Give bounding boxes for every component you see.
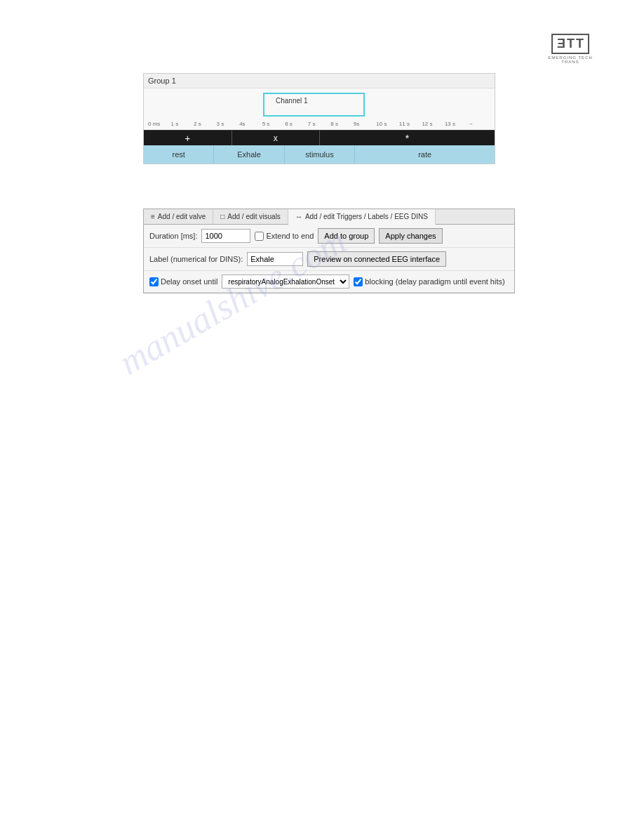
blocking-text: blocking (delay paradigm until event hit… xyxy=(365,277,504,286)
logo-letter-e: E xyxy=(557,37,565,51)
extend-to-end-text: Extend to end xyxy=(266,232,314,240)
tab-triggers[interactable]: ↔ Add / edit Triggers / Labels / EEG DIN… xyxy=(288,209,436,225)
triggers-icon: ↔ xyxy=(295,213,302,220)
extend-to-end-checkbox[interactable] xyxy=(255,232,264,241)
delay-onset-checkbox[interactable] xyxy=(149,277,159,286)
tab-valve-label: Add / edit valve xyxy=(158,213,206,220)
tab-valve[interactable]: ≡ Add / edit valve xyxy=(144,209,213,224)
apply-changes-button[interactable]: Apply changes xyxy=(379,228,442,244)
label-rest: rest xyxy=(144,145,214,164)
valve-icon: ≡ xyxy=(151,213,155,220)
tabs-row: ≡ Add / edit valve □ Add / edit visuals … xyxy=(144,209,514,225)
label-stimulus: stimulus xyxy=(285,145,355,164)
tab-visuals[interactable]: □ Add / edit visuals xyxy=(213,209,288,224)
logo-box: E T T xyxy=(551,34,589,54)
tick-0ms: 0 ms xyxy=(148,121,171,127)
duration-label: Duration [ms]: xyxy=(149,232,197,240)
segment-bar: + x * xyxy=(144,130,495,145)
tick-4s: 4s xyxy=(239,121,262,127)
tick-6s: 6 s xyxy=(285,121,308,127)
tick-9s: 9s xyxy=(354,121,377,127)
tab-visuals-label: Add / edit visuals xyxy=(227,213,281,220)
label-exhale: Exhale xyxy=(214,145,284,164)
channel-label: Channel 1 xyxy=(273,97,311,105)
duration-input[interactable] xyxy=(201,229,250,243)
editor-panel: ≡ Add / edit valve □ Add / edit visuals … xyxy=(143,208,515,293)
tick-12s: 12 s xyxy=(422,121,445,127)
segment-x-button[interactable]: x xyxy=(232,131,321,145)
labels-row: rest Exhale stimulus rate xyxy=(144,145,495,164)
label-row: Label (numerical for DINS): Preview on c… xyxy=(144,248,514,271)
segment-plus-button[interactable]: + xyxy=(144,131,232,145)
delay-onset-text: Delay onset until xyxy=(161,277,217,286)
delay-onset-row: Delay onset until respiratoryAnalogExhal… xyxy=(144,271,514,293)
logo-tagline: EMERGING TECH TRANS xyxy=(539,55,602,64)
label-dins-input[interactable] xyxy=(247,252,303,266)
tick-11s: 11 s xyxy=(399,121,422,127)
label-dins-label: Label (numerical for DINS): xyxy=(149,255,243,263)
tick-1s: 1 s xyxy=(171,121,194,127)
tick-10s: 10 s xyxy=(376,121,399,127)
label-rate: rate xyxy=(355,145,495,164)
tick-2s: 2 s xyxy=(194,121,217,127)
delay-onset-checkbox-label: Delay onset until xyxy=(149,277,217,286)
tick-arrow: → xyxy=(467,121,490,127)
timeline-area: Channel 1 0 ms 1 s 2 s 3 s 4s 5 s 6 s 7 … xyxy=(144,88,495,130)
tick-13s: 13 s xyxy=(445,121,468,127)
tick-8s: 8 s xyxy=(330,121,354,127)
logo-letter-t1: T xyxy=(567,37,575,51)
preview-eeg-button[interactable]: Preview on connected EEG interface xyxy=(307,251,446,267)
logo: E T T EMERGING TECH TRANS xyxy=(539,34,602,69)
add-to-group-button[interactable]: Add to group xyxy=(318,228,375,244)
delay-onset-select[interactable]: respiratoryAnalogExhalationOnset xyxy=(222,274,349,289)
tick-5s: 5 s xyxy=(262,121,286,127)
logo-letter-t2: T xyxy=(576,37,584,51)
blocking-checkbox[interactable] xyxy=(354,277,363,286)
segment-star-button[interactable]: * xyxy=(320,131,495,145)
tab-triggers-label: Add / edit Triggers / Labels / EEG DINS xyxy=(305,213,428,220)
group-panel: Group 1 Channel 1 0 ms 1 s 2 s 3 s 4s 5 … xyxy=(143,73,495,164)
duration-row: Duration [ms]: Extend to end Add to grou… xyxy=(144,225,514,248)
blocking-checkbox-label: blocking (delay paradigm until event hit… xyxy=(354,277,504,286)
visuals-icon: □ xyxy=(220,213,224,220)
tick-7s: 7 s xyxy=(308,121,331,127)
channel-box[interactable]: Channel 1 xyxy=(263,93,365,117)
time-ruler: 0 ms 1 s 2 s 3 s 4s 5 s 6 s 7 s 8 s 9s 1… xyxy=(144,121,495,127)
extend-to-end-label: Extend to end xyxy=(255,232,314,241)
tick-3s: 3 s xyxy=(217,121,240,127)
group-title: Group 1 xyxy=(144,74,495,88)
